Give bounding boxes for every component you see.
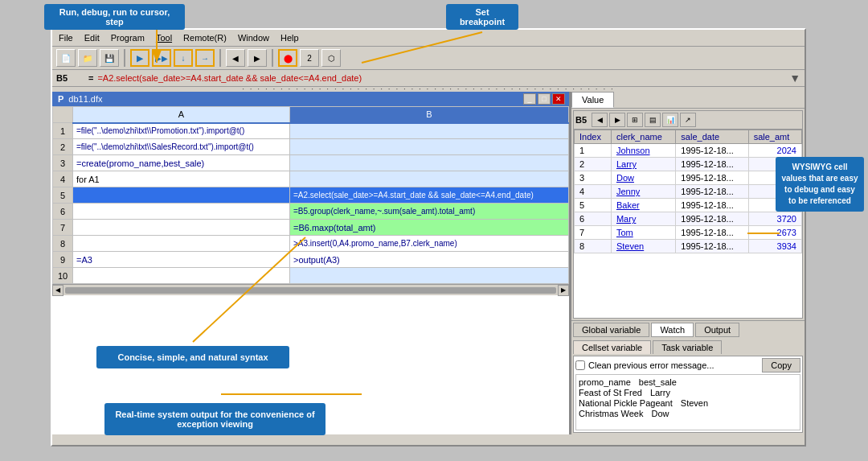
open-btn[interactable]: 📁 [78,49,97,67]
cell-b5[interactable]: =A2.select(sale_date>=A4.start_date && s… [290,187,569,204]
save-btn[interactable]: 💾 [100,49,119,67]
menu-file[interactable]: File [56,32,76,43]
formula-input[interactable] [97,73,785,83]
table-row: 10 [53,268,569,284]
idx: 1 [575,144,612,158]
cell-b2[interactable] [290,139,569,155]
cell-a2[interactable]: =file("..\demo\zhi\txt\\SalesRecord.txt"… [73,139,290,155]
h-scrollbar: ◀ ▶ [52,284,569,295]
cell-a3[interactable]: =create(promo_name,best_sale) [73,155,290,171]
cell-b7[interactable]: =B6.maxp(total_amt) [290,220,569,236]
new-btn[interactable]: 📄 [56,49,76,67]
run-cursor-btn[interactable]: ↓ [174,49,193,67]
cell-a5[interactable] [73,187,290,204]
vt-btn6[interactable]: ↗ [680,113,696,127]
cell-a6[interactable] [73,204,290,220]
callout-breakpoint: Set breakpoint [446,4,518,30]
sale-amt: 2673 [748,226,801,240]
clerk-name[interactable]: Mary [611,212,675,226]
menu-window[interactable]: Window [235,32,272,43]
cell-a8[interactable] [73,236,290,252]
menu-bar: File Edit Program Tool Remote(R) Window … [52,30,805,47]
restore-btn[interactable]: □ [538,93,551,105]
row-num: 2 [53,139,73,155]
tab-task-variable[interactable]: Task variable [653,340,722,354]
scroll-left-btn[interactable]: ◀ [52,285,63,296]
cell-a9[interactable]: =A3 [73,252,290,268]
cell-b6[interactable]: =B5.group(clerk_name,~.sum(sale_amt).tot… [290,204,569,220]
clerk-name[interactable]: Baker [611,199,675,212]
sale-amt: 3934 [748,240,801,253]
run-btn[interactable]: ▶ [130,49,149,67]
cell-b10[interactable] [290,268,569,284]
clerk-name[interactable]: Tom [611,226,675,240]
menu-help[interactable]: Help [278,32,301,43]
breakpoint-btn[interactable]: ⬤ [278,49,297,67]
tab-cellset-variable[interactable]: Cellset variable [573,340,651,354]
table-row: 3 =create(promo_name,best_sale) [53,155,569,171]
formula-down-arrow[interactable]: ▼ [789,72,800,84]
clerk-name[interactable]: Jenny [611,185,675,199]
value-row: 2 Larry 1995-12-18... 2767 [575,158,802,171]
row-num: 6 [53,204,73,220]
clean-checkbox[interactable] [575,360,585,370]
idx: 3 [575,171,612,185]
menu-edit[interactable]: Edit [82,32,102,43]
cell-b8[interactable]: >A3.insert(0,A4.promo_name,B7.clerk_name… [290,236,569,252]
value-row: 8 Steven 1995-12-18... 3934 [575,240,802,253]
scroll-right-btn[interactable]: ▶ [558,285,569,296]
btn8[interactable]: 2 [300,49,319,67]
btn6[interactable]: ▶ [248,49,267,67]
table-row: 9 =A3 >output(A3) [53,252,569,268]
copy-button[interactable]: Copy [762,358,800,373]
cell-a4[interactable]: for A1 [73,171,290,187]
col-header-amt: sale_amt [748,130,801,144]
minimize-btn[interactable]: _ [523,93,536,105]
vt-btn5[interactable]: 📊 [662,113,678,127]
tab-global-variable[interactable]: Global variable [573,323,649,337]
vt-btn1[interactable]: ◀ [592,113,608,127]
cell-a7[interactable] [73,220,290,236]
output-cell: Steven [681,398,708,408]
menu-program[interactable]: Program [108,32,147,43]
menu-remote[interactable]: Remote(R) [181,32,229,43]
clerk-name[interactable]: Steven [611,240,675,253]
vt-btn2[interactable]: ▶ [609,113,625,127]
btn5[interactable]: ◀ [226,49,245,67]
cell-reference: B5 [56,73,84,83]
clerk-name[interactable]: Dow [611,171,675,185]
tab-watch[interactable]: Watch [651,323,694,337]
table-row: 8 >A3.insert(0,A4.promo_name,B7.clerk_na… [53,236,569,252]
btn9[interactable]: ⬡ [321,49,341,67]
vt-btn3[interactable]: ⊞ [627,113,643,127]
table-row: 6 =B5.group(clerk_name,~.sum(sale_amt).t… [53,204,569,220]
row-num: 5 [53,187,73,204]
debug-btn[interactable]: ▶▶ [152,49,171,67]
clean-label: Clean previous error message... [588,360,714,370]
idx: 4 [575,185,612,199]
col-header-date: sale_date [676,130,748,144]
step-btn[interactable]: → [195,49,215,67]
clerk-name[interactable]: Johnson [611,144,675,158]
col-header-a[interactable]: A [73,107,290,123]
cell-b4[interactable] [290,171,569,187]
cell-b1[interactable] [290,123,569,139]
close-btn[interactable]: ✕ [552,93,565,105]
vt-btn4[interactable]: ▤ [645,113,661,127]
sale-date: 1995-12-18... [676,171,748,185]
output-cell: National Pickle Pageant [579,398,673,408]
tab-value[interactable]: Value [571,92,614,108]
sale-date: 1995-12-18... [676,226,748,240]
tab-output[interactable]: Output [695,323,739,337]
scrollbar-track[interactable] [65,287,556,294]
cell-b3[interactable] [290,155,569,171]
cell-a10[interactable] [73,268,290,284]
value-table: Index clerk_name sale_date sale_amt 1 Jo… [574,130,802,253]
row-num: 9 [53,252,73,268]
spreadsheet-area: P db11.dfx _ □ ✕ A B [52,92,571,434]
cell-b9[interactable]: >output(A3) [290,252,569,268]
menu-tool[interactable]: Tool [154,32,174,43]
cell-a1[interactable]: =file("..\demo\zhi\txt\\Promotion.txt").… [73,123,290,139]
col-header-b[interactable]: B [290,107,569,123]
clerk-name[interactable]: Larry [611,158,675,171]
